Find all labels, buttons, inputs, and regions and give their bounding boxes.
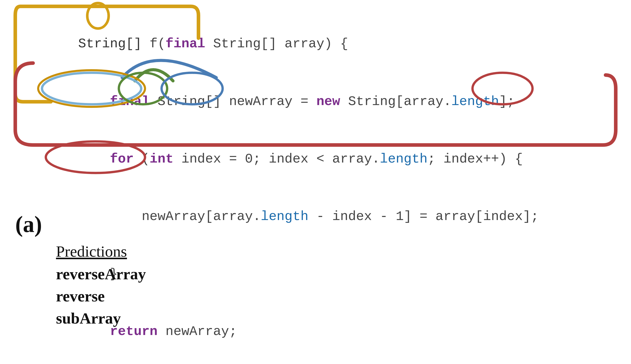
predictions-table: Predictions reverseArray reverse subArra…: [56, 242, 146, 329]
code-text: length: [261, 209, 308, 224]
main-container: String[] f(final String[] array) { final…: [0, 0, 631, 364]
code-text: newArray;: [157, 324, 237, 339]
code-text: for: [110, 152, 134, 167]
code-text: ; index++) {: [427, 152, 523, 167]
predictions-item-1: reverseArray: [56, 263, 146, 285]
code-text: String[array.: [340, 94, 451, 109]
code-line-1: String[] f(final String[] array) {: [31, 15, 616, 73]
code-text: index = 0; index < array.: [174, 152, 380, 167]
code-text: int: [150, 152, 174, 167]
code-line-2: final String[] newArray = new String[arr…: [31, 73, 616, 130]
code-text: final: [110, 94, 150, 109]
code-line-3: for (int index = 0; index < array.length…: [31, 130, 616, 188]
predictions-item-3: subArray: [56, 307, 146, 329]
code-text: String[]: [78, 36, 150, 51]
code-text: ];: [499, 94, 515, 109]
code-text: - index - 1] = array[index];: [308, 209, 539, 224]
code-text: length: [451, 94, 499, 109]
code-text: [78, 152, 110, 167]
code-text: length: [380, 152, 427, 167]
bottom-section: (a) Predictions reverseArray reverse sub…: [15, 211, 146, 329]
code-text: new: [316, 94, 340, 109]
code-text: String[] newArray =: [150, 94, 316, 109]
label-a: (a): [15, 211, 146, 237]
code-text: (: [134, 152, 150, 167]
predictions-item-2: reverse: [56, 285, 146, 307]
code-text: f(: [150, 36, 165, 51]
code-text: final: [166, 36, 205, 51]
predictions-header: Predictions: [56, 242, 146, 260]
code-text: [78, 94, 110, 109]
code-text: String[] array) {: [205, 36, 348, 51]
code-line-7: }: [31, 360, 616, 364]
